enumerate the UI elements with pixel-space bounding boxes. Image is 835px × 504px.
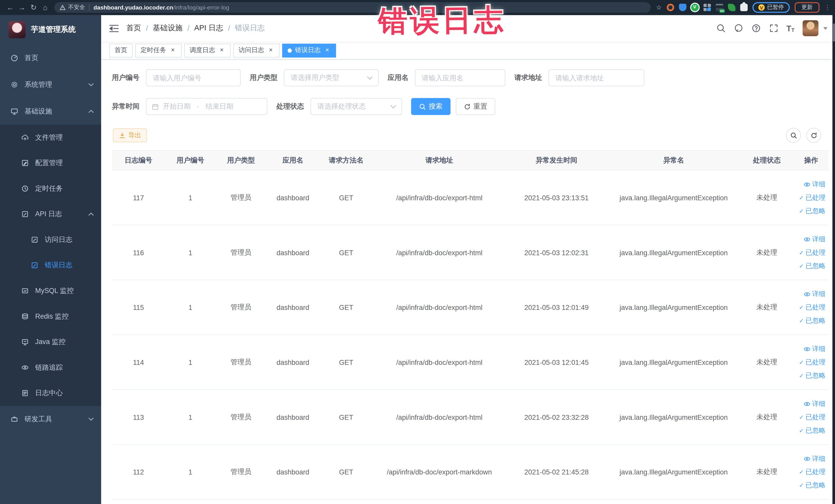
ext-onetab-icon[interactable]: on (715, 4, 723, 11)
close-icon[interactable]: × (169, 47, 176, 54)
tab-scheduled-jobs[interactable]: 定时任务× (135, 43, 182, 57)
detail-link[interactable]: 详细 (804, 234, 826, 245)
tab-access-log[interactable]: 访问日志× (233, 43, 280, 57)
profile-paused-pill[interactable]: 已暂停 (752, 2, 790, 13)
database-icon (21, 313, 29, 320)
cell-user-type: 管理员 (216, 445, 266, 499)
ext-shield-icon[interactable] (679, 4, 686, 11)
mark-processed-link[interactable]: ✓ 已处理 (799, 301, 826, 313)
ext-leaf-icon[interactable] (728, 4, 735, 11)
extensions-puzzle-icon[interactable] (740, 4, 748, 11)
reload-icon[interactable]: ↻ (28, 3, 40, 12)
sidebar-item-scheduled-jobs[interactable]: 定时任务 (0, 176, 101, 202)
export-button[interactable]: 导出 (113, 128, 147, 142)
search-icon[interactable] (716, 23, 726, 33)
app-logo-row[interactable]: 芋道管理系统 (0, 15, 101, 45)
cell-user-type: 管理员 (216, 225, 266, 280)
sidebar-item-config-mgmt[interactable]: 配置管理 (0, 150, 101, 176)
user-type-select[interactable]: 请选择用户类型 (284, 69, 379, 86)
sidebar-item-home[interactable]: 首页 (0, 45, 101, 72)
detail-link[interactable]: 详细 (804, 288, 826, 300)
mark-processed-link[interactable]: ✓ 已处理 (799, 466, 826, 478)
github-icon[interactable] (734, 23, 743, 33)
search-form-row-2: 异常时间 开始日期 - 结束日期 处理状态 请选择处理状态 (112, 98, 829, 115)
close-icon[interactable]: × (219, 47, 225, 54)
scrollbar-thumb[interactable] (833, 23, 835, 42)
sidebar-item-tracing[interactable]: 链路追踪 (0, 355, 101, 381)
eye-icon (804, 181, 811, 188)
mark-ignored-link[interactable]: ✓ 已忽略 (799, 205, 826, 217)
main-area: 首页 / 基础设施 / API 日志 / 错误日志 TT (101, 15, 835, 504)
avatar[interactable] (802, 20, 818, 36)
address-bar[interactable]: 不安全 dashboard.yudao.iocoder.cn/infra/log… (55, 2, 651, 13)
mark-processed-link[interactable]: ✓ 已处理 (799, 247, 826, 259)
sidebar-item-dev-tools[interactable]: 研发工具 (0, 406, 101, 432)
search-button[interactable]: 搜索 (411, 98, 451, 115)
forward-icon[interactable]: → (16, 3, 28, 12)
detail-link[interactable]: 详细 (804, 178, 826, 190)
sidebar-item-mysql-monitor[interactable]: MySQL 监控 (0, 278, 101, 304)
cell-actions: 详细 ✓ 已处理 ✓ 已忽略 (793, 335, 829, 389)
cell-exception: java.lang.IllegalArgumentException (607, 170, 740, 225)
check-icon: ✓ (799, 370, 804, 382)
emoji-face-icon (758, 4, 765, 11)
sidebar-item-java-monitor[interactable]: Java 监控 (0, 329, 101, 355)
tab-schedule-log[interactable]: 调度日志× (184, 43, 230, 57)
mark-ignored-link[interactable]: ✓ 已忽略 (799, 479, 826, 491)
mark-ignored-link[interactable]: ✓ 已忽略 (799, 424, 826, 436)
check-icon: ✓ (799, 411, 804, 423)
mark-processed-link[interactable]: ✓ 已处理 (799, 411, 826, 423)
breadcrumb-home[interactable]: 首页 (126, 23, 141, 33)
reset-button[interactable]: 重置 (456, 98, 495, 115)
caret-down-icon[interactable] (823, 27, 828, 29)
mark-ignored-link[interactable]: ✓ 已忽略 (799, 260, 826, 271)
sidebar-item-error-log[interactable]: 错误日志 (0, 253, 101, 278)
update-button[interactable]: 更新 (794, 2, 820, 13)
detail-link[interactable]: 详细 (804, 398, 826, 410)
mark-processed-link[interactable]: ✓ 已处理 (799, 192, 826, 204)
check-icon: ✓ (799, 301, 804, 313)
back-icon[interactable]: ← (4, 3, 16, 12)
font-size-icon[interactable]: TT (787, 24, 795, 33)
refresh-table-button[interactable] (806, 128, 821, 143)
mark-ignored-link[interactable]: ✓ 已忽略 (799, 370, 826, 382)
process-status-select[interactable]: 请选择处理状态 (311, 98, 402, 115)
sidebar-item-system[interactable]: 系统管理 (0, 72, 101, 98)
chevron-down-icon (88, 418, 94, 421)
toggle-search-button[interactable] (786, 128, 801, 143)
sidebar-item-infra[interactable]: 基础设施 (0, 98, 101, 125)
request-url-input[interactable] (549, 69, 644, 86)
mark-ignored-link[interactable]: ✓ 已忽略 (799, 315, 826, 327)
home-icon[interactable]: ⌂ (40, 3, 51, 12)
breadcrumb-api-log[interactable]: API 日志 (194, 23, 223, 33)
ext-green-v-icon[interactable] (691, 4, 698, 11)
sidebar-item-log-center[interactable]: 日志中心 (0, 380, 101, 406)
kebab-menu-icon[interactable]: ⋮ (824, 4, 831, 11)
mark-processed-link[interactable]: ✓ 已处理 (799, 356, 826, 368)
refresh-icon (810, 132, 817, 139)
ext-grid-icon[interactable] (703, 4, 711, 11)
sidebar-item-access-log[interactable]: 访问日志 (0, 227, 101, 253)
sidebar-item-file-mgmt[interactable]: 文件管理 (0, 124, 101, 150)
tab-home[interactable]: 首页 (109, 43, 133, 57)
help-icon[interactable] (751, 23, 761, 33)
app-name-input[interactable] (415, 69, 505, 86)
ext-orange-icon[interactable] (666, 4, 674, 11)
cell-log-id: 117 (112, 170, 165, 225)
breadcrumb-infra[interactable]: 基础设施 (153, 23, 183, 33)
fullscreen-icon[interactable] (769, 23, 778, 33)
exception-time-range[interactable]: 开始日期 - 结束日期 (146, 98, 267, 115)
tab-error-log[interactable]: 错误日志× (282, 43, 336, 57)
user-id-input[interactable] (146, 69, 241, 86)
detail-link[interactable]: 详细 (804, 343, 826, 355)
cell-exception: java.lang.IllegalArgumentException (607, 280, 740, 335)
detail-link[interactable]: 详细 (804, 452, 826, 464)
navbar-tools: TT (716, 20, 835, 36)
page-scrollbar[interactable] (832, 15, 835, 504)
sidebar-item-redis-monitor[interactable]: Redis 监控 (0, 304, 101, 329)
close-icon[interactable]: × (267, 47, 274, 54)
sidebar-item-api-log[interactable]: API 日志 (0, 201, 101, 227)
close-icon[interactable]: × (324, 47, 331, 54)
sidebar-collapse-icon[interactable] (109, 24, 119, 32)
bookmark-star-icon[interactable]: ☆ (656, 4, 661, 11)
